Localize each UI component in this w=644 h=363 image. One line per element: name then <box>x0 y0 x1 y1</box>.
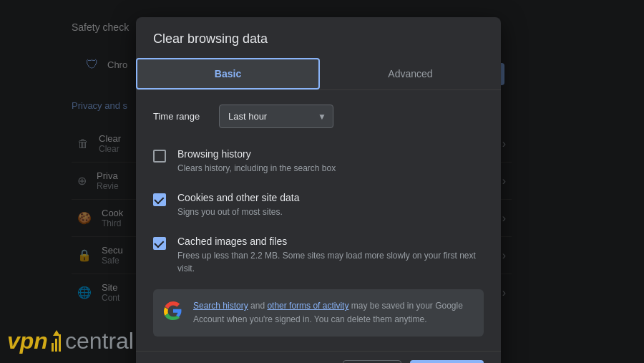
svg-rect-2 <box>59 334 61 352</box>
google-info-text: Search history and other forms of activi… <box>193 299 474 326</box>
google-info-connector1: and <box>248 301 268 311</box>
browsing-history-item: Browsing history Clears history, includi… <box>153 140 484 183</box>
vpn-signal-icon <box>50 329 63 354</box>
time-range-select-wrapper: Last hour Last 24 hours Last 7 days Last… <box>219 105 333 128</box>
time-range-label: Time range <box>153 111 210 122</box>
clear-data-button[interactable]: Clear data <box>410 360 484 363</box>
checkbox-list: Browsing history Clears history, includi… <box>136 140 501 284</box>
vpn-text: vpn <box>7 328 48 354</box>
browsing-history-content: Browsing history Clears history, includi… <box>177 148 484 175</box>
cached-content: Cached images and files Frees up less th… <box>177 236 484 275</box>
cookies-label: Cookies and other site data <box>177 192 484 203</box>
svg-rect-1 <box>55 339 57 352</box>
dialog-tabs: Basic Advanced <box>136 58 501 90</box>
cookies-item: Cookies and other site data Signs you ou… <box>153 183 484 227</box>
cached-item: Cached images and files Frees up less th… <box>153 227 484 284</box>
svg-rect-0 <box>52 343 54 352</box>
clear-browsing-dialog: Clear browsing data Basic Advanced Time … <box>136 17 501 363</box>
vpn-watermark: vpn central <box>7 328 134 354</box>
tab-basic[interactable]: Basic <box>136 58 320 89</box>
time-range-row: Time range Last hour Last 24 hours Last … <box>136 90 501 140</box>
browsing-history-checkbox[interactable] <box>153 150 166 163</box>
cookies-checkbox[interactable] <box>153 193 166 206</box>
other-activity-link[interactable]: other forms of activity <box>267 301 348 311</box>
cached-label: Cached images and files <box>177 236 484 247</box>
dialog-footer: Cancel Clear data <box>136 351 501 363</box>
cookies-content: Cookies and other site data Signs you ou… <box>177 192 484 218</box>
central-text: central <box>65 328 134 354</box>
browsing-history-desc: Clears history, including in the search … <box>177 162 484 175</box>
svg-marker-3 <box>53 330 60 336</box>
cookies-desc: Signs you out of most sites. <box>177 205 484 218</box>
cached-desc: Frees up less than 2.2 MB. Some sites ma… <box>177 249 484 275</box>
tab-advanced[interactable]: Advanced <box>320 58 501 89</box>
cached-checkbox[interactable] <box>153 237 166 250</box>
search-history-link[interactable]: Search history <box>193 301 248 311</box>
time-range-select[interactable]: Last hour Last 24 hours Last 7 days Last… <box>219 105 333 128</box>
cancel-button[interactable]: Cancel <box>343 360 401 363</box>
google-logo <box>163 301 183 321</box>
dialog-title: Clear browsing data <box>136 17 501 58</box>
google-info-box: Search history and other forms of activi… <box>153 289 484 337</box>
browsing-history-label: Browsing history <box>177 148 484 160</box>
